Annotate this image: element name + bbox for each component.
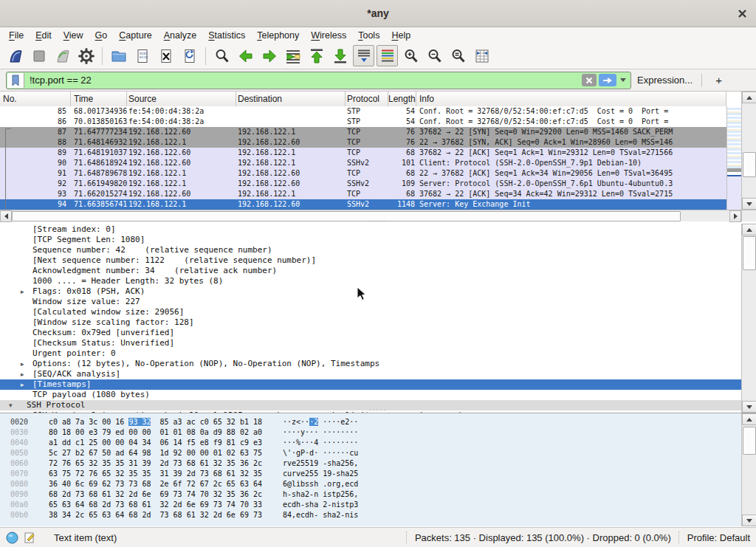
hex-row[interactable]: 0070 63 75 72 76 65 32 35 35 31 39 2d 73… xyxy=(0,469,741,479)
scroll-up-icon[interactable] xyxy=(742,413,756,425)
packet-row-94-selected[interactable]: 9471.663856741192.168.122.1192.168.122.6… xyxy=(0,199,726,210)
filter-bookmark-icon[interactable] xyxy=(7,73,24,88)
menu-capture[interactable]: Capture xyxy=(113,29,157,42)
zoom-in-magnifier-icon[interactable] xyxy=(400,45,422,66)
hex-row[interactable]: 0050 5c 27 b2 67 50 ad 64 98 1d 92 00 00… xyxy=(0,448,741,458)
hex-row[interactable]: 0020 c0 a8 7a 3c 00 16 93 32 85 a3 ac c0… xyxy=(0,417,741,427)
go-to-top-icon[interactable] xyxy=(306,45,327,66)
hex-row[interactable]: 0040 a1 dd c1 25 00 00 04 34 06 14 f5 e8… xyxy=(0,438,741,448)
detail-line[interactable]: Acknowledgment number: 34 (relative ack … xyxy=(0,266,741,276)
hex-vscrollbar[interactable] xyxy=(741,413,756,526)
detail-line-timestamps-selected[interactable]: ▸[Timestamps] xyxy=(0,379,741,390)
vscroll-thumb[interactable] xyxy=(743,427,756,455)
selected-bytes[interactable]: 93 32 xyxy=(128,418,151,426)
hex-row[interactable]: 00a0 65 63 64 68 2d 73 68 61 32 2d 6e 69… xyxy=(0,500,741,510)
colorize-packets-icon[interactable] xyxy=(377,45,398,66)
menu-tools[interactable]: Tools xyxy=(352,29,385,42)
stop-capture-icon[interactable] xyxy=(28,45,49,66)
detail-line[interactable]: [Calculated window size: 29056] xyxy=(0,307,741,317)
hex-row[interactable]: 0080 36 40 6c 69 62 73 73 68 2e 6f 72 67… xyxy=(0,479,741,489)
detail-line-seq-ack[interactable]: ▸[SEQ/ACK analysis] xyxy=(0,369,741,379)
column-header-protocol[interactable]: Protocol xyxy=(346,92,388,106)
restart-capture-icon[interactable] xyxy=(52,45,73,66)
capture-options-gear-icon[interactable] xyxy=(75,45,97,66)
profile-label[interactable]: Profile: Default xyxy=(687,532,750,543)
column-header-info[interactable]: Info xyxy=(416,92,726,106)
zoom-original-magnifier-icon[interactable] xyxy=(447,45,469,66)
expression-button[interactable]: Expression... xyxy=(637,75,693,86)
detail-line-options[interactable]: ▸Options: (12 bytes), No-Operation (NOP)… xyxy=(0,359,741,369)
detail-line[interactable]: [TCP Segment Len: 1080] xyxy=(0,235,741,245)
add-filter-button[interactable]: + xyxy=(711,74,726,86)
filter-clear-icon[interactable] xyxy=(582,74,597,86)
menu-file[interactable]: File xyxy=(3,29,30,42)
filter-history-dropdown-icon[interactable] xyxy=(620,78,626,82)
pane-splitter[interactable]: ····· xyxy=(0,219,756,223)
menu-telephony[interactable]: Telephony xyxy=(251,29,305,42)
menu-statistics[interactable]: Statistics xyxy=(202,29,251,42)
filter-apply-icon[interactable] xyxy=(599,74,616,86)
detail-line[interactable]: 1000 .... = Header Length: 32 bytes (8) xyxy=(0,276,741,286)
detail-line[interactable]: Urgent pointer: 0 xyxy=(0,348,741,359)
titlebar[interactable]: *any xyxy=(0,0,756,27)
menu-analyze[interactable]: Analyze xyxy=(158,29,202,42)
packet-row-86[interactable]: 8670.013850163fe:54:00:d4:38:2aSTP54Conf… xyxy=(0,117,726,127)
column-header-no[interactable]: No. xyxy=(0,92,71,106)
column-header-source[interactable]: Source xyxy=(127,92,236,106)
packet-list-vscrollbar[interactable] xyxy=(741,92,756,210)
expand-icon[interactable]: ▸ xyxy=(21,379,24,390)
column-header-destination[interactable]: Destination xyxy=(236,92,346,106)
zoom-out-magnifier-icon[interactable] xyxy=(424,45,445,66)
details-vscrollbar[interactable] xyxy=(741,224,756,413)
expand-icon[interactable]: ▸ xyxy=(21,359,24,369)
auto-scroll-icon[interactable] xyxy=(353,45,374,66)
packet-row-91[interactable]: 9171.648789678192.168.122.1192.168.122.6… xyxy=(0,168,726,179)
scroll-up-icon[interactable] xyxy=(742,224,756,235)
close-file-icon[interactable] xyxy=(155,45,176,66)
expert-info-icon[interactable] xyxy=(6,531,18,544)
menu-view[interactable]: View xyxy=(58,29,89,42)
go-to-packet-icon[interactable] xyxy=(282,45,303,66)
pane-splitter[interactable]: ····· xyxy=(0,408,756,412)
packet-row-85[interactable]: 8568.001734936fe:54:00:d4:38:2aSTP54Conf… xyxy=(0,106,726,117)
menu-edit[interactable]: Edit xyxy=(30,29,58,42)
column-header-time[interactable]: Time xyxy=(71,92,127,106)
hex-row[interactable]: 0090 68 2d 73 68 61 32 2d 6e 69 73 74 70… xyxy=(0,489,741,500)
resize-columns-icon[interactable] xyxy=(471,45,492,66)
packet-list-minimap[interactable] xyxy=(726,106,742,210)
capture-comment-icon[interactable] xyxy=(24,531,35,544)
expand-icon[interactable]: ▸ xyxy=(21,369,24,379)
display-filter-input[interactable]: !tcp.port == 22 xyxy=(6,72,631,89)
menu-help[interactable]: Help xyxy=(385,29,416,42)
detail-line[interactable]: [Window size scaling factor: 128] xyxy=(0,317,741,328)
save-file-icon[interactable]: 01010110 xyxy=(131,45,153,66)
detail-line[interactable]: [Checksum Status: Unverified] xyxy=(0,338,741,348)
packet-row-89[interactable]: 8971.648191037192.168.122.60192.168.122.… xyxy=(0,148,726,158)
hex-row[interactable]: 0030 80 18 00 e3 79 ed 00 00 01 01 08 0a… xyxy=(0,427,741,438)
open-file-folder-icon[interactable] xyxy=(108,45,129,66)
close-icon[interactable] xyxy=(735,7,749,20)
detail-line[interactable]: [Next sequence number: 1122 (relative se… xyxy=(0,255,741,266)
detail-line[interactable]: Checksum: 0x79ed [unverified] xyxy=(0,328,741,338)
packet-row-88[interactable]: 8871.648146932192.168.122.1192.168.122.6… xyxy=(0,137,726,148)
scroll-up-icon[interactable] xyxy=(742,92,756,103)
hex-row[interactable]: 00b0 38 34 2c 65 63 64 68 2d 73 68 61 32… xyxy=(0,510,741,520)
packet-row-93[interactable]: 9371.662015274192.168.122.60192.168.122.… xyxy=(0,189,726,199)
go-back-arrow-icon[interactable] xyxy=(235,45,256,66)
detail-line-flags[interactable]: ▸Flags: 0x018 (PSH, ACK) xyxy=(0,286,741,297)
detail-line[interactable]: Sequence number: 42 (relative sequence n… xyxy=(0,245,741,255)
find-packet-magnifier-icon[interactable] xyxy=(211,45,233,66)
go-forward-arrow-icon[interactable] xyxy=(258,45,280,66)
vscroll-thumb[interactable] xyxy=(743,152,756,177)
vscroll-thumb[interactable] xyxy=(743,236,756,270)
scroll-down-icon[interactable] xyxy=(742,198,756,210)
expand-icon[interactable]: ▸ xyxy=(21,286,24,297)
hex-row[interactable]: 0060 72 76 65 32 35 35 31 39 2d 73 68 61… xyxy=(0,458,741,469)
reload-file-icon[interactable] xyxy=(179,45,200,66)
detail-line[interactable]: TCP payload (1080 bytes) xyxy=(0,390,741,400)
detail-line[interactable]: Window size value: 227 xyxy=(0,297,741,307)
column-header-length[interactable]: Length xyxy=(388,92,416,106)
filter-value[interactable]: !tcp.port == 22 xyxy=(25,75,582,86)
scroll-down-icon[interactable] xyxy=(742,515,756,526)
menu-wireless[interactable]: Wireless xyxy=(305,29,352,42)
